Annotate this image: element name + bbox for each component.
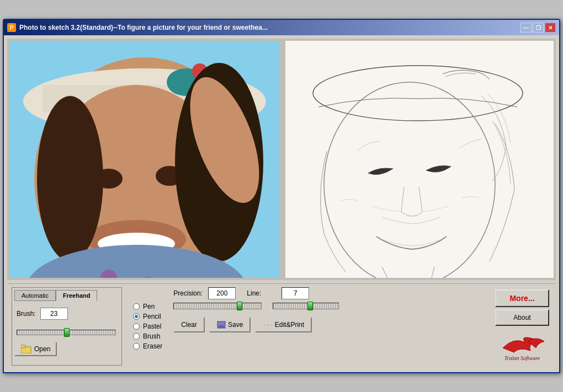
- brush-slider-thumb[interactable]: [64, 328, 70, 337]
- edit-print-button[interactable]: · - · Edit&Print: [255, 317, 312, 332]
- radio-pencil-label: Pencil: [143, 313, 161, 320]
- radio-section: Pen Pencil Pastel Brush Eraser: [126, 287, 169, 366]
- tab-freehand[interactable]: Freehand: [56, 290, 98, 301]
- folder-icon: [21, 345, 32, 353]
- sketch-output: [285, 41, 554, 278]
- app-icon: P: [7, 23, 16, 32]
- clear-label: Clear: [181, 321, 197, 329]
- radio-pastel[interactable]: Pastel: [133, 323, 162, 330]
- brush-row: Brush:: [14, 304, 119, 323]
- line-row: Line:: [247, 287, 309, 299]
- minimize-button[interactable]: —: [520, 23, 532, 33]
- radio-brush[interactable]: Brush: [133, 332, 162, 340]
- radio-pencil-circle[interactable]: [133, 313, 140, 320]
- precision-label: Precision:: [173, 289, 204, 297]
- line-input[interactable]: [282, 287, 309, 299]
- brush-label: Brush:: [17, 310, 36, 318]
- original-photo: [9, 41, 280, 278]
- radio-eraser-label: Eraser: [143, 342, 162, 350]
- line-label: Line:: [247, 289, 277, 297]
- radio-pen-circle[interactable]: [133, 303, 140, 310]
- tab-buttons: Automatic Freehand: [14, 290, 119, 301]
- params-container: Precision: Line:: [173, 287, 488, 366]
- precision-slider-thumb[interactable]: [237, 302, 242, 310]
- radio-brush-circle[interactable]: [133, 333, 140, 340]
- brush-slider-container: [14, 327, 119, 337]
- save-label: Save: [228, 321, 243, 329]
- photo-panel: [9, 41, 280, 278]
- clear-button[interactable]: Clear: [173, 317, 205, 332]
- precision-input[interactable]: [208, 287, 236, 299]
- open-label: Open: [34, 345, 50, 353]
- svg-point-13: [37, 96, 103, 261]
- slider-row: [173, 303, 488, 309]
- edit-print-label: Edit&Print: [275, 321, 304, 329]
- window-content: Automatic Freehand Brush:: [4, 35, 559, 372]
- brush-slider-track[interactable]: [17, 330, 116, 335]
- title-bar: P Photo to sketch 3.2(Standard)--To figu…: [4, 20, 559, 35]
- radio-pen-label: Pen: [143, 303, 155, 310]
- bottom-controls: Clear Save · - · Edit&Print: [173, 317, 488, 332]
- about-button[interactable]: About: [495, 309, 549, 326]
- sketch-panel: [285, 41, 554, 278]
- radio-pastel-circle[interactable]: [133, 323, 140, 330]
- radio-brush-label: Brush: [143, 332, 160, 340]
- precision-row: Precision:: [173, 287, 236, 299]
- controls-area: Automatic Freehand Brush:: [7, 283, 556, 369]
- tabs-section: Automatic Freehand Brush:: [12, 287, 122, 366]
- svg-rect-22: [21, 345, 25, 348]
- radio-pencil[interactable]: Pencil: [133, 313, 162, 320]
- svg-rect-18: [285, 41, 554, 278]
- logo-area: Tralan Software: [495, 329, 549, 363]
- logo-text: Tralan Software: [497, 355, 547, 361]
- tab-automatic[interactable]: Automatic: [14, 290, 56, 301]
- window-title: Photo to sketch 3.2(Standard)--To figure…: [19, 24, 268, 31]
- precision-slider[interactable]: [173, 303, 262, 309]
- line-slider-thumb[interactable]: [307, 302, 313, 310]
- main-window: P Photo to sketch 3.2(Standard)--To figu…: [3, 19, 560, 373]
- svg-rect-24: [219, 325, 224, 328]
- radio-eraser-circle[interactable]: [133, 343, 140, 350]
- save-icon: [217, 321, 226, 329]
- line-slider[interactable]: [273, 303, 339, 309]
- right-buttons: More... About Tralan Software: [493, 287, 551, 366]
- radio-eraser[interactable]: Eraser: [133, 342, 162, 350]
- restore-button[interactable]: ❐: [533, 23, 544, 33]
- open-button[interactable]: Open: [14, 342, 57, 356]
- more-button[interactable]: More...: [495, 289, 549, 307]
- image-area: [7, 39, 556, 280]
- close-button[interactable]: ✕: [545, 23, 556, 33]
- title-buttons: — ❐ ✕: [520, 23, 556, 33]
- brush-input[interactable]: [40, 308, 68, 320]
- radio-pastel-label: Pastel: [143, 323, 161, 330]
- save-button[interactable]: Save: [209, 317, 251, 332]
- logo-image: [497, 331, 547, 353]
- radio-pen[interactable]: Pen: [133, 303, 162, 310]
- top-params: Precision: Line:: [173, 287, 488, 299]
